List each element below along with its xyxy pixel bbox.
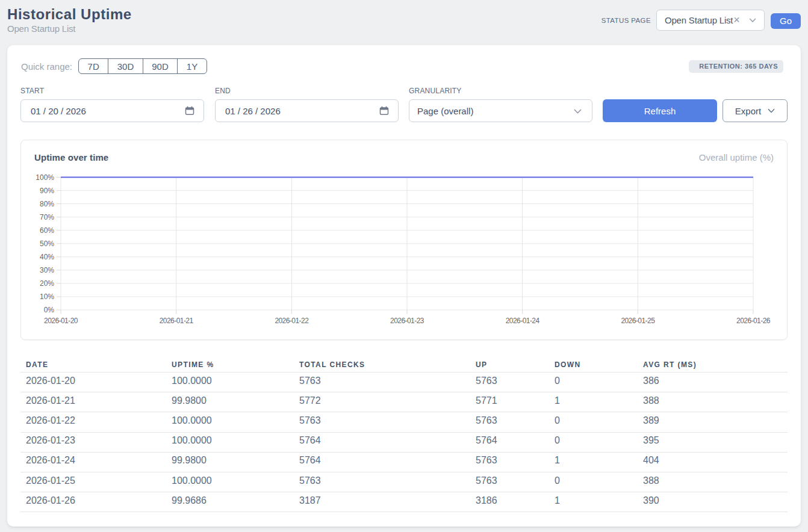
svg-text:90%: 90% <box>40 187 54 195</box>
svg-text:2026-01-23: 2026-01-23 <box>390 317 424 325</box>
svg-text:2026-01-24: 2026-01-24 <box>506 317 540 325</box>
svg-text:0%: 0% <box>44 306 55 314</box>
svg-text:40%: 40% <box>40 253 54 261</box>
svg-text:70%: 70% <box>40 213 54 221</box>
svg-text:2026-01-25: 2026-01-25 <box>621 317 655 325</box>
svg-text:2026-01-20: 2026-01-20 <box>44 317 78 325</box>
svg-text:20%: 20% <box>40 279 54 288</box>
svg-text:100%: 100% <box>36 173 54 182</box>
svg-text:50%: 50% <box>40 240 54 248</box>
svg-text:60%: 60% <box>40 226 54 235</box>
svg-text:30%: 30% <box>40 266 54 274</box>
svg-text:2026-01-21: 2026-01-21 <box>160 317 194 325</box>
svg-text:2026-01-22: 2026-01-22 <box>275 317 309 325</box>
svg-text:2026-01-26: 2026-01-26 <box>736 317 771 325</box>
svg-text:10%: 10% <box>40 292 54 301</box>
svg-text:80%: 80% <box>40 200 54 208</box>
